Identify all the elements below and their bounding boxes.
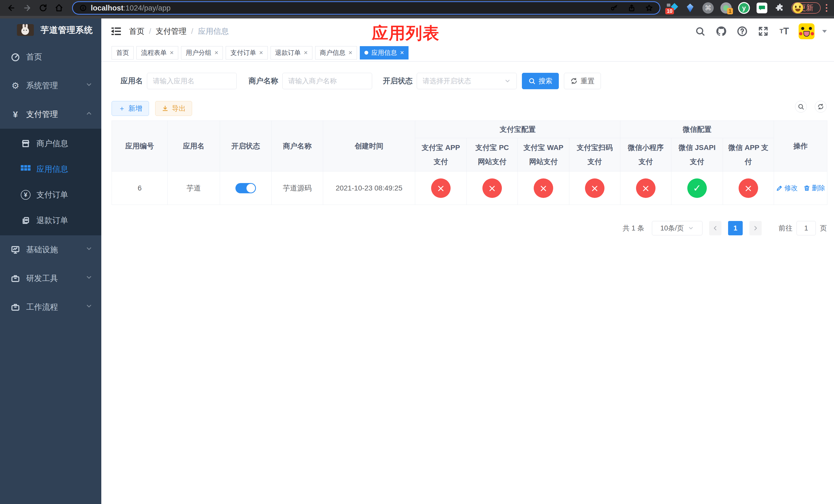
close-icon[interactable]: × <box>170 49 174 56</box>
page-size-select[interactable]: 10条/页 <box>652 221 702 235</box>
tab-pay-order[interactable]: 支付订单× <box>226 46 267 60</box>
breadcrumb-current: 应用信息 <box>198 26 229 37</box>
goto-page-input[interactable] <box>796 221 816 235</box>
breadcrumb-home[interactable]: 首页 <box>129 26 145 37</box>
chevron-left-icon <box>712 225 718 231</box>
tab-merchant-info[interactable]: 商户信息× <box>315 46 357 60</box>
group-alipay: 支付宝配置 <box>415 121 620 138</box>
sidebar-collapse-button[interactable] <box>109 24 123 39</box>
github-icon[interactable] <box>715 25 728 38</box>
data-table: 应用编号 应用名 开启状态 商户名称 创建时间 支付宝配置 微信配置 操作 支付… <box>112 120 827 205</box>
next-page-button[interactable] <box>749 221 762 235</box>
search-form: 应用名 商户名称 开启状态 请选择开启状态 搜索 重置 <box>120 73 601 89</box>
header-search-icon[interactable] <box>694 25 707 38</box>
tab-refund-order[interactable]: 退款订单× <box>270 46 312 60</box>
search-button[interactable]: 搜索 <box>522 73 559 89</box>
cell-created: 2021-10-23 08:49:25 <box>323 171 415 205</box>
sidebar-item-pay-order[interactable]: ¥ 支付订单 <box>0 182 101 208</box>
forward-arrow-icon <box>23 4 31 12</box>
group-wechat: 微信配置 <box>620 121 774 138</box>
profile-avatar-emoji[interactable] <box>792 2 804 14</box>
app-logo[interactable]: 芋道管理系统 <box>0 19 101 42</box>
sidebar-item-system[interactable]: ⚙ 系统管理 <box>0 71 101 100</box>
chevron-down-icon <box>85 274 93 283</box>
user-avatar[interactable] <box>798 23 814 39</box>
prev-page-button[interactable] <box>709 221 721 235</box>
fullscreen-icon[interactable] <box>756 25 770 38</box>
cell-merchant: 芋道源码 <box>271 171 323 205</box>
col-app-name: 应用名 <box>168 121 220 171</box>
sidebar-item-refund-order[interactable]: 退款订单 <box>0 208 101 233</box>
close-icon[interactable]: × <box>400 49 404 56</box>
extensions-menu-icon[interactable] <box>774 2 786 14</box>
page-unit-label: 页 <box>820 224 827 233</box>
col-wechat-jsapi: 微信 JSAPI 支付 <box>672 138 723 171</box>
extension-command-icon[interactable]: ⌘ <box>702 2 714 14</box>
reset-button[interactable]: 重置 <box>564 73 601 89</box>
close-icon[interactable]: × <box>304 49 308 56</box>
col-wechat-mini: 微信小程序支付 <box>620 138 672 171</box>
tab-process-form[interactable]: 流程表单× <box>136 46 178 60</box>
add-button[interactable]: ＋ 新增 <box>112 101 149 116</box>
browser-back-button[interactable] <box>5 2 18 14</box>
extension-yuque-icon[interactable]: y <box>738 2 750 14</box>
breadcrumb-payment[interactable]: 支付管理 <box>156 26 186 37</box>
close-icon[interactable]: × <box>349 49 352 56</box>
download-icon <box>161 105 169 112</box>
alipay-app-status-icon: × <box>431 178 451 198</box>
close-icon[interactable]: × <box>214 49 218 56</box>
sidebar-item-home[interactable]: 首页 <box>0 43 101 71</box>
active-dot <box>365 51 368 54</box>
browser-home-button[interactable] <box>53 2 65 14</box>
font-size-icon[interactable]: TT <box>777 25 791 38</box>
browser-menu-icon[interactable] <box>823 2 830 14</box>
status-toggle[interactable] <box>236 183 256 193</box>
tab-home[interactable]: 首页 <box>112 46 134 60</box>
sidebar-item-merchant-info[interactable]: 商户信息 <box>0 131 101 156</box>
extension-balloon-icon[interactable] <box>684 2 696 14</box>
status-select[interactable]: 请选择开启状态 <box>417 73 517 89</box>
pagination: 共 1 条 10条/页 1 前往 页 <box>623 221 827 236</box>
tags-view: 首页 流程表单× 用户分组× 支付订单× 退款订单× 商户信息× 应用信息× <box>101 44 834 62</box>
chevron-right-icon <box>752 225 759 231</box>
browser-reload-button[interactable] <box>37 2 49 14</box>
merchant-name-input[interactable] <box>282 73 372 89</box>
gear-icon: ⚙ <box>10 81 21 90</box>
goto-label: 前往 <box>778 224 792 233</box>
search-icon <box>797 103 804 110</box>
cell-app-id: 6 <box>112 171 168 205</box>
share-icon[interactable] <box>628 4 636 12</box>
yen-circle-icon: ¥ <box>20 190 31 200</box>
page-number-button[interactable]: 1 <box>728 221 743 235</box>
address-bar[interactable]: localhost:1024/pay/app <box>73 2 660 14</box>
app-name-input[interactable] <box>147 73 237 89</box>
avatar-caret-icon[interactable] <box>822 30 827 33</box>
sidebar-item-payment[interactable]: ¥ 支付管理 <box>0 100 101 129</box>
close-icon[interactable]: × <box>259 49 263 56</box>
sidebar-item-dev-tools[interactable]: 研发工具 <box>0 264 101 293</box>
sidebar-item-workflow[interactable]: 工作流程 <box>0 293 101 321</box>
export-button[interactable]: 导出 <box>155 101 192 116</box>
chevron-down-icon <box>504 78 511 84</box>
sidebar-item-infrastructure[interactable]: 基础设施 <box>0 235 101 264</box>
refresh-table-button[interactable] <box>815 101 827 113</box>
extension-sortly-icon[interactable]: 10 <box>666 2 678 14</box>
tab-user-group[interactable]: 用户分组× <box>181 46 223 60</box>
bookmark-star-icon[interactable] <box>645 4 653 12</box>
tab-app-info[interactable]: 应用信息× <box>360 46 409 60</box>
browser-forward-button[interactable] <box>21 2 33 14</box>
password-key-icon[interactable] <box>610 4 618 12</box>
extensions-row: 10 ⌘ 1 y <box>666 0 804 16</box>
edit-button[interactable]: 修改 <box>776 184 798 192</box>
help-icon[interactable] <box>736 25 749 38</box>
toggle-search-button[interactable] <box>795 101 807 113</box>
status-label: 开启状态 <box>383 76 413 86</box>
back-arrow-icon <box>7 4 16 12</box>
sidebar-item-app-info[interactable]: 应用信息 <box>0 156 101 182</box>
extension-chat-icon[interactable] <box>756 2 768 14</box>
yen-icon: ¥ <box>10 110 21 119</box>
page-title-overlay: 应用列表 <box>372 22 440 44</box>
extension-recorder-icon[interactable]: 1 <box>720 2 732 14</box>
dashboard-icon <box>10 52 21 62</box>
delete-button[interactable]: 删除 <box>804 184 825 192</box>
